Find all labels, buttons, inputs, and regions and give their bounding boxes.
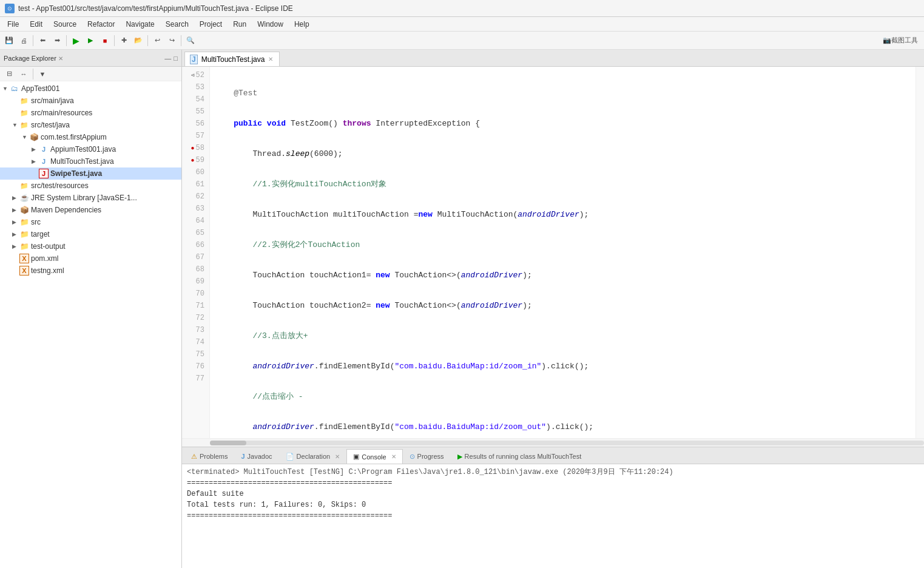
tab-java-icon: J xyxy=(190,55,198,64)
label-test-output: test-output xyxy=(31,242,66,251)
tab-progress[interactable]: ⊙ Progress xyxy=(403,449,451,464)
line-73: 73 xyxy=(182,324,209,336)
pkg-link-editor[interactable]: ↔ xyxy=(17,67,30,81)
tab-label: MultiTouchTest.java xyxy=(201,55,265,64)
console-divider1: ========================================… xyxy=(187,478,919,489)
line-71: 71 xyxy=(182,300,209,312)
title-text: test - AppTest001/src/test/java/com/test… xyxy=(18,4,293,13)
toolbar-new[interactable]: ✚ xyxy=(117,34,130,47)
code-line-63: androidDriver.findElementById("com.baidu… xyxy=(215,421,911,433)
tree-item-src-main-java[interactable]: 📁 src/main/java xyxy=(0,95,181,107)
pkg-view-menu[interactable]: ▼ xyxy=(36,67,49,81)
menu-item-help[interactable]: Help xyxy=(289,19,314,30)
tree-item-swipetest[interactable]: J SwipeTest.java xyxy=(0,167,181,180)
menu-item-project[interactable]: Project xyxy=(195,19,227,30)
console-default-suite: Default suite xyxy=(187,489,919,499)
label-maven: Maven Dependencies xyxy=(31,206,101,214)
tree-item-src[interactable]: ▶ 📁 src xyxy=(0,216,181,228)
menu-item-window[interactable]: Window xyxy=(252,19,288,30)
menu-item-navigate[interactable]: Navigate xyxy=(121,19,159,30)
label-src-test-java: src/test/java xyxy=(31,121,70,129)
toolbar-print[interactable]: 🖨 xyxy=(17,34,30,47)
bottom-panel: ⚠ Problems J Javadoc 📄 Declaration ✕ ▣ xyxy=(182,447,924,568)
tree-item-test-output[interactable]: ▶ 📁 test-output xyxy=(0,240,181,252)
results-icon: ▶ xyxy=(457,453,462,461)
folder-icon: 📁 xyxy=(19,96,29,106)
toolbar-back[interactable]: ⬅ xyxy=(36,34,49,47)
line-60: 60 xyxy=(182,166,209,178)
arrow-icon: ▼ xyxy=(2,86,10,92)
console-tab-close[interactable]: ✕ xyxy=(391,453,396,460)
menu-item-run[interactable]: Run xyxy=(228,19,251,30)
line-52: ⊲52 xyxy=(182,69,209,81)
tree-item-src-test-resources[interactable]: 📁 src/test/resources xyxy=(0,180,181,192)
toolbar-redo[interactable]: ↪ xyxy=(165,34,178,47)
code-line-54: Thread.sleep(6000); xyxy=(215,148,911,160)
arrow-icon4: ▼ xyxy=(12,122,19,128)
editor-hscrollbar[interactable] xyxy=(182,438,924,447)
tree-item-project[interactable]: ▼ 🗂 AppTest001 xyxy=(0,83,181,95)
toolbar-stop-button[interactable]: ■ xyxy=(98,34,112,47)
tree-item-package[interactable]: ▼ 📦 com.test.firstAppium xyxy=(0,131,181,143)
menu-item-search[interactable]: Search xyxy=(161,19,194,30)
src-folder-icon: 📁 xyxy=(19,217,29,227)
toolbar-undo[interactable]: ↩ xyxy=(150,34,164,47)
tree-item-target[interactable]: ▶ 📁 target xyxy=(0,228,181,240)
menu-item-refactor[interactable]: Refactor xyxy=(83,19,120,30)
toolbar-run-button[interactable]: ▶ xyxy=(69,34,83,47)
java-icon1: J xyxy=(39,144,49,154)
arrow-icon11: ▶ xyxy=(12,207,19,213)
package-explorer-toolbar: ⊟ ↔ ▼ xyxy=(0,67,181,81)
bottom-tabs: ⚠ Problems J Javadoc 📄 Declaration ✕ ▣ xyxy=(182,447,924,464)
toolbar-forward[interactable]: ➡ xyxy=(50,34,64,47)
menu-item-source[interactable]: Source xyxy=(49,19,81,30)
editor-container: J MultiTouchTest.java ✕ ⊲52 53 54 55 56 … xyxy=(182,50,924,568)
menu-bar: FileEditSourceRefactorNavigateSearchProj… xyxy=(0,17,924,32)
tree-item-maven[interactable]: ▶ 📦 Maven Dependencies xyxy=(0,204,181,216)
label-jre: JRE System Library [JavaSE-1... xyxy=(31,194,137,202)
code-content[interactable]: @Test public void TestZoom() throws Inte… xyxy=(210,67,916,438)
code-line-59: TouchAction touchAction2= new TouchActio… xyxy=(215,300,911,312)
tree-item-src-test-java[interactable]: ▼ 📁 src/test/java xyxy=(0,119,181,131)
console-terminated-line: <terminated> MultiTouchTest [TestNG] C:\… xyxy=(187,467,919,478)
menu-item-file[interactable]: File xyxy=(2,19,24,30)
tree-item-src-main-resources[interactable]: 📁 src/main/resources xyxy=(0,107,181,119)
toolbar-debug-button[interactable]: ▶ xyxy=(84,34,97,47)
label-package: com.test.firstAppium xyxy=(41,133,107,141)
tree-item-pomxml[interactable]: X pom.xml xyxy=(0,252,181,265)
tab-javadoc[interactable]: J Javadoc xyxy=(234,449,278,464)
tab-problems[interactable]: ⚠ Problems xyxy=(184,449,234,464)
tree-item-multitouchtest[interactable]: ▶ J MultiTouchTest.java xyxy=(0,155,181,167)
pkg-collapse-all[interactable]: ⊟ xyxy=(2,67,16,81)
toolbar-open[interactable]: 📂 xyxy=(132,34,145,47)
tab-close-btn[interactable]: ✕ xyxy=(268,56,273,63)
tree-item-testngxml[interactable]: X testng.xml xyxy=(0,265,181,277)
toolbar-search[interactable]: 🔍 xyxy=(184,34,197,47)
package-explorer-title: Package Explorer ✕ xyxy=(4,55,162,62)
tree-item-jre[interactable]: ▶ ☕ JRE System Library [JavaSE-1... xyxy=(0,192,181,204)
tree-item-appiumtest[interactable]: ▶ J AppiumTest001.java xyxy=(0,143,181,155)
code-editor[interactable]: ⊲52 53 54 55 56 57 ●58 ●59 60 61 62 63 6… xyxy=(182,67,924,438)
tab-console[interactable]: ▣ Console ✕ xyxy=(346,449,402,464)
toolbar-save[interactable]: 💾 xyxy=(2,34,16,47)
toolbar-sep5 xyxy=(181,35,181,46)
title-bar: ⊙ test - AppTest001/src/test/java/com/te… xyxy=(0,0,924,17)
toolbar-screenshot[interactable]: 📷 截图工具 xyxy=(879,34,922,47)
line-66: 66 xyxy=(182,239,209,251)
pkg-minimize-btn[interactable]: — xyxy=(164,55,171,62)
line-70: 70 xyxy=(182,288,209,300)
line-64: 64 xyxy=(182,215,209,227)
console-divider2: ========================================… xyxy=(187,510,919,521)
pkg-maximize-btn[interactable]: □ xyxy=(174,55,178,62)
menu-item-edit[interactable]: Edit xyxy=(25,19,47,30)
code-line-55: //1.实例化multiTouchAction对象 xyxy=(215,178,911,191)
editor-tabs: J MultiTouchTest.java ✕ xyxy=(182,50,924,67)
editor-tab-multitouchtest[interactable]: J MultiTouchTest.java ✕ xyxy=(184,52,280,66)
code-line-56: MultiTouchAction multiTouchAction =new M… xyxy=(215,209,911,221)
hscroll-thumb[interactable] xyxy=(210,441,246,445)
folder-icon4: 📁 xyxy=(19,181,29,191)
declaration-tab-close[interactable]: ✕ xyxy=(335,453,340,460)
line-54: 54 xyxy=(182,93,209,106)
tab-declaration[interactable]: 📄 Declaration ✕ xyxy=(279,449,347,464)
tab-results[interactable]: ▶ Results of running class MultiTouchTes… xyxy=(451,449,588,464)
